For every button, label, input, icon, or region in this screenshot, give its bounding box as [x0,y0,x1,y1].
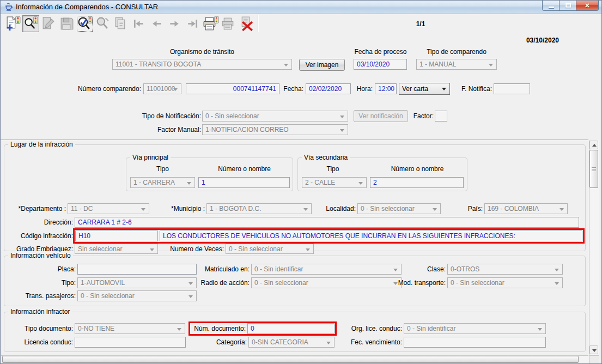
localidad-combobox[interactable]: 0 - Sin seleccionar [357,203,441,214]
print-record-icon [202,15,219,32]
factor-field[interactable] [435,111,447,122]
mod-transporte-combobox[interactable]: 0 - Sin seleccionar [447,277,563,288]
via-principal-tipo-header: Tipo [137,165,188,173]
java-coffee-icon [4,3,13,11]
pais-combobox[interactable]: 169 - COLOMBIA [484,203,568,214]
factor-label: Factor: [410,112,434,120]
num-documento-label: Núm. documento: [191,325,246,332]
fec-vencimiento-label: Fec. vencimiento: [348,338,402,346]
codigo-infraccion-descripcion-field[interactable]: LOS CONDUCTORES DE VEHICULOS NO AUTOMOTO… [160,230,582,241]
tipo-documento-combobox[interactable]: 0-NO TIENE [75,323,185,334]
update-record-icon [40,15,57,32]
tipo-comparendo-label: Tipo de comparendo [416,48,497,56]
enter-query-icon [23,16,39,32]
tipo-vehiculo-combobox[interactable]: 1-AUTOMOVIL [77,277,197,288]
toolbar-enter-query-button[interactable] [22,15,39,32]
informacion-vehiculo-title: Información vehículo [8,252,73,259]
direccion-label: Dirección: [39,219,73,226]
numero-comparendo-field[interactable]: 000741147741 [186,83,279,94]
window-title: Información de Comparendos - CONSULTAR [16,3,158,11]
toolbar-insert-record-button[interactable] [4,15,21,32]
municipio-combobox[interactable]: 1 - BOGOTA D.C. [206,203,312,214]
organismo-combobox[interactable]: 11001 - TRANSITO BOGOTA [112,59,292,70]
vertical-scrollbar-thumb[interactable] [589,150,598,188]
categoria-label: Categoría: [213,338,247,346]
trans-pasajeros-combobox[interactable]: 0 - Sin seleccionar [77,290,197,301]
via-principal-tipo-combobox[interactable]: 1 - CARRERA [130,177,195,188]
horizontal-scrollbar-thumb[interactable] [2,356,579,363]
ver-carta-combobox[interactable]: Ver carta [399,83,450,95]
via-principal-numero-header: Número o nombre [199,165,289,173]
via-secundaria-numero-header: Número o nombre [374,165,461,173]
radio-accion-label: Radio de acción: [196,279,250,287]
f-notifica-label: F. Notifica: [456,85,492,93]
fecha-proceso-label: Fecha de proceso [349,48,412,56]
placa-field[interactable] [77,264,197,275]
toolbar-exit-form-button[interactable] [238,15,255,32]
arrow-down-icon [592,349,597,352]
toolbar-update-record-button [40,15,57,32]
fecha-proceso-field[interactable]: 03/10/2020 [354,59,407,70]
tipo-documento-label: Tipo documento: [21,325,73,332]
toolbar-print-all-button [220,15,237,32]
record-indicator: 1/1 [408,20,433,28]
radio-accion-combobox[interactable]: 0 - Sin seleccionar [251,277,402,288]
toolbar-next-record-button [166,15,183,32]
licencia-conduc-field[interactable] [75,337,186,348]
factor-manual-label: Factor Manual: [134,126,201,134]
tipo-notificacion-combobox[interactable]: 0 - Sin seleccionar [202,111,348,122]
maximize-button[interactable] [559,1,576,11]
org-lice-conduc-combobox[interactable]: 0 - Sin identificar [404,323,546,334]
minimize-button[interactable] [542,1,560,11]
scroll-up-button[interactable] [589,141,598,149]
scroll-down-button[interactable] [589,345,598,354]
tipo-comparendo-combobox[interactable]: 1 - MANUAL [416,59,497,70]
fecha-field[interactable]: 02/02/2020 [306,83,351,94]
toolbar-execute-query-button[interactable] [76,15,93,32]
process-date-top: 03/10/2020 [513,37,559,44]
categoria-combobox[interactable]: 0-SIN CATEGORIA [248,337,335,348]
numero-comparendo-prefix-combobox[interactable]: 11001000 [143,83,181,94]
next-record-icon [166,15,183,32]
codigo-infraccion-field[interactable]: H10 [75,230,158,241]
close-button[interactable]: × [576,1,599,11]
toolbar-cancel-query-button [94,15,111,32]
org-lice-conduc-label: Org. lice. conduc: [348,325,402,332]
localidad-label: Localidad: [323,205,356,213]
content-divider [1,139,588,140]
first-record-icon [130,15,147,32]
via-secundaria-title: Vía secundaria [302,154,350,161]
via-principal-numero-field[interactable]: 1 [198,177,290,188]
save-record-icon [58,15,75,32]
factor-manual-combobox[interactable]: 1-NOTIFICACION CORREO [202,124,348,135]
via-secundaria-numero-field[interactable]: 2 [370,177,464,188]
arrow-up-icon [592,144,597,147]
fec-vencimiento-field[interactable] [404,337,546,348]
application-window: Información de Comparendos - CONSULTAR × [0,0,602,364]
clase-label: Clase: [422,265,446,273]
trans-pasajeros-label: Trans. pasajeros: [19,292,76,300]
num-documento-field[interactable]: 0 [247,323,335,334]
via-secundaria-tipo-combobox[interactable]: 2 - CALLE [302,177,367,188]
matriculado-en-combobox[interactable]: 0 - Sin identificar [251,264,402,275]
print-all-icon [220,15,237,32]
previous-record-icon [148,15,165,32]
departamento-label: *Departamento : [14,205,66,213]
placa-label: Placa: [54,265,76,273]
clase-combobox[interactable]: 0-OTROS [447,264,563,275]
toolbar-print-record-button[interactable] [202,15,219,32]
grado-embriaguez-combobox[interactable]: Sin seleccionar [75,244,158,254]
via-principal-title: Vía principal [130,154,171,161]
hora-field[interactable]: 12:00 [375,83,397,94]
copy-record-icon [112,15,129,32]
ver-imagen-button[interactable]: Ver imagen [299,59,345,71]
direccion-field[interactable]: CARRARA 1 # 2-6 [75,217,579,228]
departamento-combobox[interactable]: 11 - DC [68,203,149,214]
numero-veces-combobox[interactable]: 0 - Sin seleccionar [226,244,314,254]
f-notifica-field[interactable] [494,83,530,94]
title-bar: Información de Comparendos - CONSULTAR [1,1,601,14]
ver-notificacion-button: Ver notificación [354,110,408,122]
organismo-label: Organismo de tránsito [112,48,292,56]
close-icon: × [576,1,598,10]
mod-transporte-label: Mod. transporte: [393,279,446,287]
